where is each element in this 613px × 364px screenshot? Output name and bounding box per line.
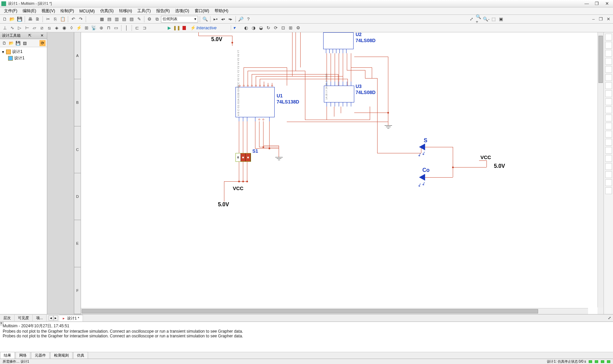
menu-mcu[interactable]: MCU(M): [77, 8, 97, 14]
cut-button[interactable]: ✂: [45, 16, 51, 23]
place-mix-button[interactable]: ◉: [61, 25, 67, 31]
iv-analyzer-icon[interactable]: [605, 115, 612, 121]
probe-s-arrow[interactable]: [419, 144, 425, 150]
place-diode-button[interactable]: ▷: [16, 25, 23, 31]
place-conn-button[interactable]: ⊓: [105, 25, 112, 31]
funcgen-icon[interactable]: [605, 42, 612, 49]
tek-scope-icon[interactable]: [605, 171, 612, 178]
spectrum-icon[interactable]: [605, 131, 612, 138]
agilent-mm-icon[interactable]: [605, 155, 612, 162]
zoom-out-button[interactable]: 🔍-: [483, 16, 490, 23]
output-tab-results[interactable]: 结果: [0, 352, 15, 359]
output-tab-simulation[interactable]: 仿真: [73, 352, 88, 359]
scroll-left-button[interactable]: ◂: [49, 315, 53, 321]
place-mcu-button[interactable]: ▭: [113, 25, 119, 31]
place-cmos-button[interactable]: ⧅: [46, 25, 53, 31]
place-misc2-button[interactable]: ⊞: [83, 25, 90, 31]
mdi-min-button[interactable]: –: [590, 16, 597, 23]
u3-body[interactable]: [324, 86, 354, 102]
labview-icon[interactable]: [605, 179, 612, 186]
tree-root[interactable]: ▾ 设计1: [1, 49, 46, 55]
output-tab-rules[interactable]: 检测规则: [50, 352, 73, 359]
pause-button[interactable]: ❚❚: [173, 25, 180, 31]
step-back-button[interactable]: ◂▪: [220, 16, 226, 23]
menu-tools[interactable]: 工具(T): [135, 7, 153, 14]
tool-a-button[interactable]: ✎: [136, 16, 142, 23]
open-button[interactable]: 📂: [9, 16, 16, 23]
grid-button[interactable]: ▦: [99, 16, 105, 23]
zoom-region-button[interactable]: ⬚: [490, 16, 497, 23]
menu-simulate[interactable]: 仿真(S): [97, 7, 116, 14]
tbx-new-icon[interactable]: 🗋: [1, 40, 7, 46]
bode-icon[interactable]: [605, 74, 612, 81]
zoom-in-button[interactable]: 🔍+: [475, 16, 482, 23]
horizontal-scrollbar[interactable]: [81, 308, 588, 314]
place-ttl-button[interactable]: ⧄: [38, 25, 45, 31]
menu-options[interactable]: 选项(O): [172, 7, 192, 14]
multimeter-icon[interactable]: [605, 34, 612, 40]
zoom-fit-button[interactable]: ⤢: [468, 16, 475, 23]
place-trans-button[interactable]: ⊢: [24, 25, 30, 31]
4ch-scope-icon[interactable]: [605, 66, 612, 73]
dip-switch[interactable]: 0■■: [235, 153, 251, 162]
word-gen-icon[interactable]: [605, 90, 612, 97]
analysis-f-button[interactable]: ⊡: [280, 25, 287, 31]
tbx-save-icon[interactable]: 💾: [15, 40, 21, 46]
pin-icon[interactable]: ⇱: [28, 33, 31, 38]
tab-hierarchy[interactable]: 层次: [0, 315, 15, 321]
close-output-button[interactable]: ✕: [0, 322, 3, 325]
grid2-button[interactable]: ▤: [106, 16, 113, 23]
analysis-d-button[interactable]: ↻: [265, 25, 272, 31]
run-button[interactable]: ▶: [166, 25, 173, 31]
hier-button[interactable]: ⊏: [134, 25, 140, 31]
vertical-scrollbar[interactable]: [597, 32, 604, 307]
freq-counter-icon[interactable]: [605, 82, 612, 89]
place-analog-button[interactable]: ▱: [31, 25, 38, 31]
agilent-fg-icon[interactable]: [605, 147, 612, 154]
place-ind-button[interactable]: ◊: [68, 25, 75, 31]
fullscreen-button[interactable]: ▣: [498, 16, 504, 23]
new-button[interactable]: 🗋: [1, 16, 8, 23]
distortion-icon[interactable]: [605, 123, 612, 129]
menu-transfer[interactable]: 转移(n): [116, 7, 135, 14]
step-in-button[interactable]: ▸▪: [212, 16, 219, 23]
menu-view[interactable]: 视图(V): [39, 7, 58, 14]
tool-b-button[interactable]: ⚙: [146, 16, 153, 23]
place-misc-button[interactable]: ◈: [53, 25, 60, 31]
analysis-e-button[interactable]: ⟳: [273, 25, 279, 31]
scroll-thumb[interactable]: [82, 309, 538, 313]
hier2-button[interactable]: ⊐: [141, 25, 148, 31]
sheet-button[interactable]: ▨: [128, 16, 135, 23]
help-button[interactable]: ?: [245, 16, 252, 23]
u1-body[interactable]: [235, 87, 275, 117]
current-probe-icon[interactable]: [605, 187, 612, 194]
oscilloscope-icon[interactable]: [605, 58, 612, 65]
tbx-view-icon[interactable]: ▤: [22, 40, 28, 46]
logic-conv-icon[interactable]: [605, 107, 612, 113]
menu-window[interactable]: 窗口(W): [192, 7, 212, 14]
wattmeter-icon[interactable]: [605, 50, 612, 57]
analysis-a-button[interactable]: ◐: [243, 25, 250, 31]
output-tab-nets[interactable]: 网络: [16, 352, 30, 359]
find-button[interactable]: 🔎: [238, 16, 244, 23]
grid4-button[interactable]: ▧: [121, 16, 128, 23]
grid3-button[interactable]: ▥: [113, 16, 120, 23]
logic-analyzer-icon[interactable]: [605, 98, 612, 105]
analysis-c-button[interactable]: ◒: [258, 25, 264, 31]
probe-button[interactable]: 🔍: [202, 16, 208, 23]
schematic-canvas[interactable]: 5.0V U2 74LS08D U1 74LS138D VCC Y0 Y1 Y2…: [81, 32, 588, 307]
save-button[interactable]: 💾: [16, 16, 23, 23]
place-basic-button[interactable]: ⊥: [1, 25, 8, 31]
output-tab-components[interactable]: 元器件: [31, 352, 50, 359]
analysis-h-button[interactable]: ⚙: [295, 25, 302, 31]
mdi-max-button[interactable]: ❐: [597, 16, 604, 23]
undo-button[interactable]: ↶: [70, 16, 77, 23]
probe-co-arrow[interactable]: [419, 174, 425, 181]
agilent-scope-icon[interactable]: [605, 163, 612, 170]
analysis-b-button[interactable]: ◑: [250, 25, 257, 31]
expand-output-button[interactable]: ⤢: [608, 316, 613, 320]
place-source-button[interactable]: ∿: [9, 25, 16, 31]
tab-visibility[interactable]: 可见度: [15, 315, 33, 321]
close-panel-button[interactable]: ✕: [39, 33, 45, 38]
place-power-button[interactable]: ⚡: [76, 25, 82, 31]
